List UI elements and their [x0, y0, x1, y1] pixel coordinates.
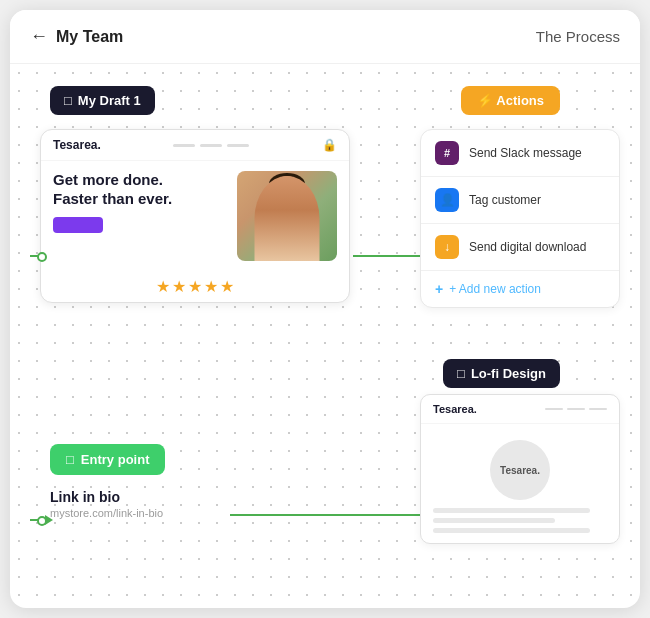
- lock-icon: 🔒: [322, 138, 337, 152]
- lofi-body: Tesarea.: [421, 424, 619, 543]
- person-body: [255, 176, 320, 261]
- email-text-section: Get more done. Faster than ever.: [53, 171, 227, 261]
- action-tag[interactable]: 👤 Tag customer: [421, 177, 619, 224]
- email-preview-card: Tesarea. 🔒 Get more done. Faster than ev…: [40, 129, 350, 303]
- draft-label-text: My Draft 1: [78, 93, 141, 108]
- email-body: Get more done. Faster than ever.: [41, 161, 349, 271]
- nav-line-1: [173, 144, 195, 147]
- left-connector-dot: [37, 252, 47, 262]
- actions-label-text: ⚡ Actions: [477, 93, 544, 108]
- lofi-circle: Tesarea.: [490, 440, 550, 500]
- download-icon: ↓: [435, 235, 459, 259]
- entry-icon: □: [66, 452, 74, 467]
- email-headline: Get more done. Faster than ever.: [53, 171, 227, 209]
- main-container: ← My Team The Process □ My Draft 1 ⚡ Act…: [10, 10, 640, 608]
- action-tag-text: Tag customer: [469, 193, 541, 207]
- process-title: The Process: [536, 28, 620, 45]
- email-brand: Tesarea.: [53, 138, 101, 152]
- lofi-card-header: Tesarea.: [421, 395, 619, 424]
- lofi-text-lines: [433, 508, 607, 533]
- lofi-line-3: [589, 408, 607, 411]
- email-cta-button: [53, 217, 103, 233]
- page-title: My Team: [56, 28, 123, 46]
- actions-label[interactable]: ⚡ Actions: [461, 86, 560, 115]
- star-3: ★: [188, 277, 202, 296]
- header-left: ← My Team: [30, 26, 123, 47]
- lofi-text-line-1: [433, 508, 590, 513]
- email-card-header: Tesarea. 🔒: [41, 130, 349, 161]
- content-area: □ My Draft 1 ⚡ Actions Tesarea. 🔒 G: [10, 64, 640, 608]
- lofi-line-2: [567, 408, 585, 411]
- email-image: [237, 171, 337, 261]
- star-4: ★: [204, 277, 218, 296]
- nav-line-2: [200, 144, 222, 147]
- add-action-text: + Add new action: [449, 282, 541, 296]
- lofi-preview-card: Tesarea. Tesarea.: [420, 394, 620, 544]
- action-slack-text: Send Slack message: [469, 146, 582, 160]
- lofi-icon: □: [457, 366, 465, 381]
- lofi-text-line-3: [433, 528, 590, 533]
- action-download-text: Send digital download: [469, 240, 586, 254]
- slack-icon: #: [435, 141, 459, 165]
- action-download[interactable]: ↓ Send digital download: [421, 224, 619, 271]
- add-action-button[interactable]: + + Add new action: [421, 271, 619, 307]
- lofi-brand: Tesarea.: [433, 403, 477, 415]
- actions-panel: # Send Slack message 👤 Tag customer ↓ Se…: [420, 129, 620, 308]
- back-button[interactable]: ←: [30, 26, 48, 47]
- lofi-line-1: [545, 408, 563, 411]
- star-5: ★: [220, 277, 234, 296]
- link-in-bio: Link in bio mystore.com/link-in-bio: [50, 489, 163, 519]
- plus-icon: +: [435, 281, 443, 297]
- entry-point-label[interactable]: □ Entry point: [50, 444, 165, 475]
- right-arrow-link: [230, 514, 430, 516]
- nav-line-3: [227, 144, 249, 147]
- lofi-circle-text: Tesarea.: [500, 465, 540, 476]
- email-stars: ★ ★ ★ ★ ★: [41, 271, 349, 302]
- entry-label-text: Entry point: [81, 452, 150, 467]
- link-in-bio-title: Link in bio: [50, 489, 163, 505]
- lofi-label-text: Lo-fi Design: [471, 366, 546, 381]
- entry-left-dot: [37, 516, 47, 526]
- draft-icon: □: [64, 93, 72, 108]
- action-slack[interactable]: # Send Slack message: [421, 130, 619, 177]
- star-1: ★: [156, 277, 170, 296]
- header: ← My Team The Process: [10, 10, 640, 64]
- draft-label[interactable]: □ My Draft 1: [50, 86, 155, 115]
- link-in-bio-url: mystore.com/link-in-bio: [50, 507, 163, 519]
- email-nav-lines: [173, 144, 249, 147]
- lofi-text-line-2: [433, 518, 555, 523]
- tag-icon: 👤: [435, 188, 459, 212]
- lofi-label[interactable]: □ Lo-fi Design: [443, 359, 560, 388]
- lofi-nav-lines: [545, 408, 607, 411]
- star-2: ★: [172, 277, 186, 296]
